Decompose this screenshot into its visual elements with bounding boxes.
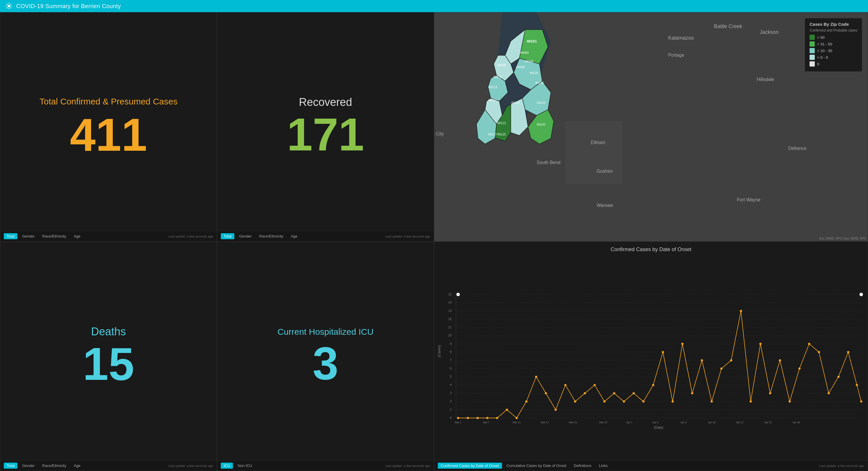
data-point <box>701 359 703 362</box>
tab-rec-gender[interactable]: Gender <box>236 233 254 239</box>
svg-text:Mar 7: Mar 7 <box>483 421 490 424</box>
deaths-tab-group: Total Gender Race/Ethnicity Age <box>4 463 83 469</box>
tab-deaths-total[interactable]: Total <box>4 463 18 469</box>
svg-text:Defiance: Defiance <box>788 146 807 151</box>
tab-chart-definitions[interactable]: Definitions <box>571 463 594 469</box>
data-point <box>632 392 634 394</box>
main-grid: Total Confirmed & Presumed Cases 411 Tot… <box>0 12 868 471</box>
tab-chart-confirmed[interactable]: Confirmed Cases by Date of Onset <box>438 463 502 469</box>
svg-text:49120: 49120 <box>537 123 546 126</box>
svg-text:1: 1 <box>450 408 452 411</box>
tab-deaths-gender[interactable]: Gender <box>19 463 37 469</box>
svg-text:49102: 49102 <box>537 101 546 104</box>
panel-map: Kalamazoo Battle Creek Jackson Portage H… <box>434 12 868 242</box>
tab-deaths-age[interactable]: Age <box>71 463 83 469</box>
data-point <box>681 343 683 345</box>
chart-last-update: Last update: a few seconds ago <box>819 464 864 468</box>
legend-label-50: > 50 <box>817 35 825 40</box>
chart-title: Confirmed Cases by Date of Onset <box>434 242 868 254</box>
data-point <box>476 417 478 419</box>
svg-text:Elkhart: Elkhart <box>591 140 605 145</box>
svg-text:8: 8 <box>450 350 452 353</box>
svg-text:49099: 49099 <box>520 51 529 54</box>
data-point <box>642 400 644 402</box>
tab-rec-race[interactable]: Race/Ethnicity <box>256 233 286 239</box>
tab-rec-total[interactable]: Total <box>221 233 235 239</box>
panel-chart: Confirmed Cases by Date of Onset (Cases)… <box>434 242 868 471</box>
svg-text:9: 9 <box>450 342 452 345</box>
deaths-value: 15 <box>83 341 134 387</box>
data-point <box>545 392 547 394</box>
recovered-last-update: Last update: a few seconds ago <box>385 234 430 238</box>
svg-text:Mar 11: Mar 11 <box>513 421 521 424</box>
chart-handle-right[interactable] <box>860 293 863 296</box>
data-point <box>779 359 781 362</box>
data-point <box>740 310 742 312</box>
data-point <box>818 351 820 353</box>
data-point <box>730 359 732 362</box>
data-point <box>613 392 615 394</box>
data-point <box>457 417 459 419</box>
covid-icon <box>5 2 13 10</box>
svg-marker-11 <box>565 121 622 184</box>
tab-hosp-nonicu[interactable]: Non ICU <box>235 463 255 469</box>
data-point <box>467 417 469 419</box>
data-point <box>789 400 791 402</box>
tab-rec-age[interactable]: Age <box>288 233 300 239</box>
svg-text:South Bend: South Bend <box>537 160 561 165</box>
data-point <box>564 384 566 386</box>
svg-text:Goshen: Goshen <box>597 169 613 174</box>
legend-swatch-0 <box>810 61 815 67</box>
hosp-label: Current Hospitalized ICU <box>277 326 374 337</box>
total-tab-group: Total Gender Race/Ethnicity Age <box>4 233 83 239</box>
data-point <box>847 351 849 353</box>
data-point <box>856 384 858 386</box>
svg-text:Kalamazoo: Kalamazoo <box>668 35 694 41</box>
data-point <box>750 400 752 402</box>
tab-total-gender[interactable]: Gender <box>19 233 37 239</box>
total-last-update: Last update: a few seconds ago <box>168 234 213 238</box>
chart-svg: (Cases) 0 1 2 3 <box>434 254 868 460</box>
deaths-last-update: Last update: a few seconds ago <box>168 464 213 468</box>
legend-label-31: > 31 - 50 <box>817 42 832 46</box>
svg-text:(Date): (Date) <box>654 426 663 430</box>
svg-text:12: 12 <box>448 317 452 320</box>
hosp-tab-group: ICU Non ICU <box>221 463 255 469</box>
legend-subtitle: Confirmed and Probable cases <box>810 28 857 32</box>
tab-deaths-race[interactable]: Race/Ethnicity <box>39 463 69 469</box>
hosp-last-update: Last update: a few seconds ago <box>385 464 430 468</box>
svg-text:49113: 49113 <box>497 121 506 125</box>
deaths-bottom-bar: Total Gender Race/Ethnicity Age Last upd… <box>0 460 217 471</box>
tab-chart-cumulative[interactable]: Cumulative Cases by Date of Onset <box>504 463 569 469</box>
data-point <box>516 417 518 419</box>
svg-text:Fort Wayne: Fort Wayne <box>737 197 761 202</box>
tab-total-total[interactable]: Total <box>4 233 18 239</box>
app-header: COVID-19 Summary for Berrien County <box>0 0 868 12</box>
svg-text:Apr 13: Apr 13 <box>708 421 715 424</box>
legend-swatch-1 <box>810 55 815 60</box>
data-point <box>525 400 527 402</box>
tab-hosp-icu[interactable]: ICU <box>221 463 233 469</box>
legend-item-0: 0 <box>810 61 857 67</box>
svg-text:Warsaw: Warsaw <box>597 203 613 208</box>
map-container[interactable]: Kalamazoo Battle Creek Jackson Portage H… <box>434 12 868 241</box>
legend-swatch-50 <box>810 35 815 40</box>
svg-text:49117: 49117 <box>488 98 496 102</box>
svg-text:49107: 49107 <box>511 101 520 104</box>
chart-tab-group: Confirmed Cases by Date of Onset Cumulat… <box>438 463 611 469</box>
svg-text:Mar 1: Mar 1 <box>455 421 462 424</box>
header-title: COVID-19 Summary for Berrien County <box>16 3 121 9</box>
data-point <box>535 376 537 378</box>
tab-total-age[interactable]: Age <box>71 233 83 239</box>
recovered-bottom-bar: Total Gender Race/Ethnicity Age Last upd… <box>217 231 434 241</box>
chart-handle-left[interactable] <box>456 293 460 296</box>
svg-text:Apr 25: Apr 25 <box>793 421 800 424</box>
legend-swatch-10 <box>810 48 815 53</box>
map-legend: Cases By Zip Code Confirmed and Probable… <box>805 18 862 71</box>
svg-text:49101: 49101 <box>527 39 537 43</box>
svg-text:Apr 5: Apr 5 <box>652 421 658 424</box>
svg-text:Apr 21: Apr 21 <box>764 421 772 424</box>
recovered-tab-group: Total Gender Race/Ethnicity Age <box>221 233 300 239</box>
tab-total-race[interactable]: Race/Ethnicity <box>39 233 69 239</box>
tab-chart-links[interactable]: Links <box>596 463 611 469</box>
